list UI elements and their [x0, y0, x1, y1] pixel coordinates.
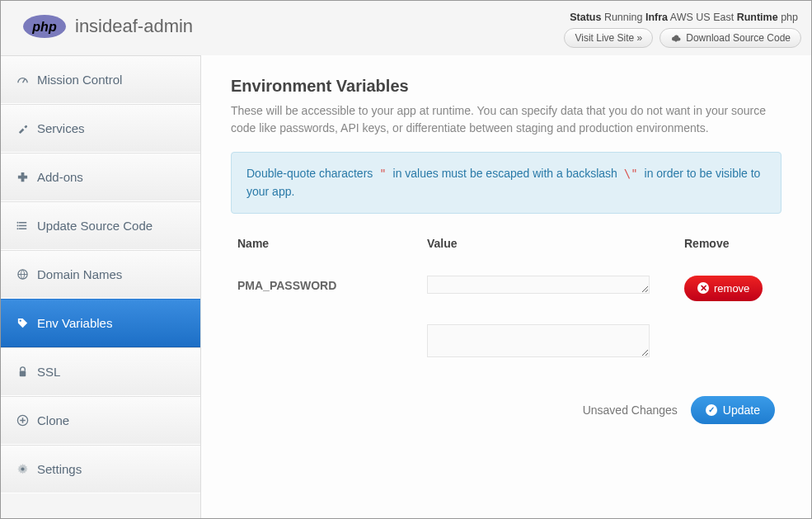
col-header-remove: Remove [684, 237, 775, 250]
var-name: PMA_PASSWORD [237, 276, 427, 292]
sidebar-item-label: Add-ons [37, 170, 83, 184]
alert-escaped-quote: \" [621, 167, 641, 180]
runtime-value: php [781, 12, 798, 23]
sidebar-item-label: Clone [37, 413, 69, 427]
main-content: Environment Variables These will be acce… [201, 55, 811, 518]
var-value-cell-empty [427, 324, 684, 360]
sidebar-item-label: Update Source Code [37, 219, 153, 233]
list-icon [16, 219, 29, 233]
info-alert: Double-quote characters " in values must… [231, 152, 781, 214]
infra-label: Infra [645, 12, 668, 23]
lock-icon [16, 366, 29, 379]
alert-quote-char: " [376, 167, 389, 180]
infra-value: AWS US East [670, 12, 734, 23]
tools-icon [16, 122, 29, 135]
var-value-input[interactable] [427, 276, 650, 294]
sidebar-item-label: Settings [37, 462, 82, 476]
var-name-empty [237, 324, 427, 328]
status-label: Status [570, 12, 601, 23]
app-name: insideaf-admin [75, 16, 193, 37]
col-header-value: Value [427, 237, 684, 250]
sidebar-item-settings[interactable]: Settings [1, 445, 200, 493]
tag-icon [16, 317, 29, 330]
sidebar-item-label: Mission Control [37, 73, 122, 87]
alert-text-mid: in values must be escaped with a backsla… [393, 167, 621, 180]
sidebar-item-clone[interactable]: Clone [1, 396, 200, 445]
status-line: Status Running Infra AWS US East Runtime… [564, 12, 801, 23]
sidebar-item-domain-names[interactable]: Domain Names [1, 250, 200, 299]
page-description: These will be accessible to your app at … [231, 102, 775, 137]
gauge-icon [16, 73, 29, 87]
globe-icon [16, 268, 29, 281]
page-title: Environment Variables [231, 77, 781, 96]
footer-row: Unsaved Changes ✓ Update [231, 371, 781, 424]
sidebar-item-env-variables[interactable]: Env Variables [1, 299, 200, 347]
visit-site-label: Visit Live Site » [575, 32, 642, 44]
runtime-label: Runtime [737, 12, 778, 23]
plus-circle-icon [16, 414, 29, 427]
var-value-cell [427, 276, 684, 296]
update-label: Update [723, 403, 760, 417]
visit-site-button[interactable]: Visit Live Site » [564, 28, 653, 48]
sidebar-item-update-source[interactable]: Update Source Code [1, 201, 200, 250]
svg-point-5 [16, 228, 18, 229]
sidebar-item-services[interactable]: Services [1, 104, 200, 153]
var-value-input-empty[interactable] [427, 324, 650, 357]
alert-text-pre: Double-quote characters [246, 167, 376, 180]
svg-text:php: php [31, 20, 57, 34]
gear-icon [16, 463, 29, 476]
sidebar-item-label: SSL [37, 365, 60, 379]
brand-block: php insideaf-admin [11, 6, 204, 54]
download-source-button[interactable]: Download Source Code [659, 28, 801, 48]
table-header: Name Value Remove [231, 237, 781, 264]
puzzle-icon [16, 171, 29, 184]
sidebar-item-addons[interactable]: Add-ons [1, 153, 200, 201]
svg-point-3 [16, 222, 18, 224]
cloud-download-icon [670, 34, 681, 43]
sidebar-item-label: Env Variables [37, 316, 112, 330]
col-header-name: Name [237, 237, 427, 250]
sidebar-item-ssl[interactable]: SSL [1, 347, 200, 396]
sidebar: Mission Control Services Add-ons Update … [1, 55, 201, 518]
update-button[interactable]: ✓ Update [691, 396, 775, 424]
table-row: PMA_PASSWORD ✕ remove [231, 264, 781, 313]
check-icon: ✓ [706, 404, 717, 416]
php-logo-icon: php [22, 14, 67, 39]
sidebar-item-mission-control[interactable]: Mission Control [1, 55, 200, 104]
sidebar-item-label: Domain Names [37, 267, 122, 281]
remove-button[interactable]: ✕ remove [684, 276, 763, 301]
download-source-label: Download Source Code [686, 32, 791, 44]
svg-point-4 [16, 225, 18, 227]
remove-x-icon: ✕ [697, 282, 709, 294]
top-buttons: Visit Live Site » Download Source Code [564, 28, 801, 48]
status-value: Running [604, 12, 643, 23]
table-row-empty [231, 313, 781, 371]
body: Mission Control Services Add-ons Update … [1, 55, 811, 518]
svg-rect-8 [19, 371, 26, 377]
svg-point-7 [19, 320, 21, 322]
remove-label: remove [714, 282, 749, 295]
svg-line-2 [22, 79, 25, 83]
var-remove-cell: ✕ remove [684, 276, 775, 301]
sidebar-item-label: Services [37, 121, 85, 135]
unsaved-changes-text: Unsaved Changes [583, 403, 678, 417]
top-right: Status Running Infra AWS US East Runtime… [564, 12, 801, 48]
topbar: php insideaf-admin Status Running Infra … [1, 1, 811, 55]
app-window: php insideaf-admin Status Running Infra … [0, 0, 812, 519]
